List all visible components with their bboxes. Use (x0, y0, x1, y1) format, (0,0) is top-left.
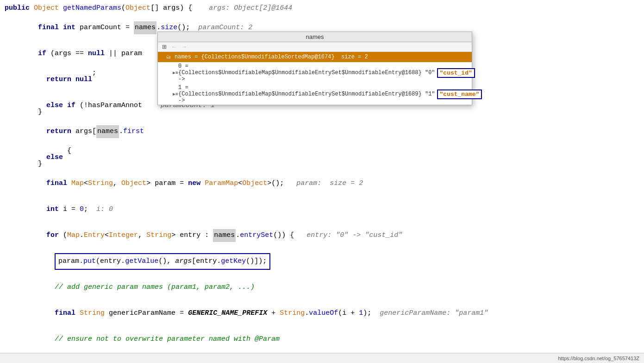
bottom-bar: https://blog.csdn.net/og_57657413Z (0, 353, 644, 363)
code-line-13: final String genericParamName = GENERIC_… (0, 300, 644, 326)
cust-name-value-box: "cust_name" (437, 89, 482, 99)
cust-id-value-box: "cust_id" (437, 68, 475, 78)
code-line-6: return args[names.first (0, 119, 644, 145)
code-line-12: // add generic param names (param1, para… (0, 274, 644, 300)
code-line-11: param.put(entry.getValue(), args[entry.g… (0, 248, 644, 274)
popup-child-1-text: 1 = {Collections$UnmodifiableMap$Unmodif… (178, 84, 435, 104)
variable-popup[interactable]: names ⊞ ← → ▼ 🗂 names = {Collections$Unm… (157, 32, 472, 105)
popup-forward-btn[interactable]: → (180, 43, 188, 51)
code-editor: public Object getNamedParams(Object[] ar… (0, 0, 644, 363)
code-line-1: public Object getNamedParams(Object[] ar… (0, 2, 644, 15)
popup-bookmark-btn[interactable]: ⊞ (161, 43, 168, 51)
popup-root-row[interactable]: ▼ 🗂 names = {Collections$UnmodifiableSor… (158, 52, 472, 62)
code-line-10: for (Map.Entry<Integer, String> entry : … (0, 223, 644, 248)
popup-back-btn[interactable]: ← (170, 43, 178, 51)
popup-child-0-text: 0 = {Collections$UnmodifiableMap$Unmodif… (178, 63, 435, 83)
popup-child-0[interactable]: ▶ ≡ 0 = {Collections$UnmodifiableMap$Unm… (158, 62, 472, 83)
popup-map-icon: 🗂 (166, 54, 175, 60)
popup-child-1[interactable]: ▶ ≡ 1 = {Collections$UnmodifiableMap$Unm… (158, 83, 472, 105)
code-line-8: final Map<String, Object> param = new Pa… (0, 171, 644, 197)
code-line-7: } else { (0, 145, 644, 171)
popup-title: names (158, 32, 472, 42)
code-line-14: // ensure not to overwrite parameter nam… (0, 326, 644, 352)
popup-expand-icon[interactable]: ▼ (160, 55, 166, 60)
popup-child-1-value: "cust_name" (437, 91, 482, 98)
url-display: https://blog.csdn.net/og_57657413Z (558, 356, 639, 361)
popup-child-0-value: "cust_id" (437, 70, 475, 76)
popup-root-text: names = {Collections$UnmodifiableSortedM… (175, 54, 368, 60)
code-line-9: int i = 0; i: 0 (0, 197, 644, 223)
popup-toolbar: ⊞ ← → (158, 42, 472, 52)
